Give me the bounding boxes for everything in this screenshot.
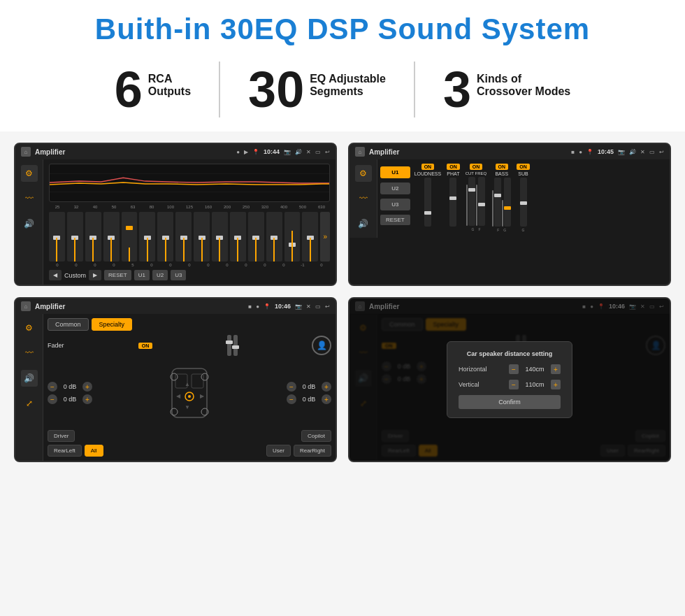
fader-tab-common[interactable]: Common bbox=[48, 318, 89, 331]
dialog-confirm-button[interactable]: Confirm bbox=[459, 395, 561, 409]
dsp-time: 10:45 bbox=[598, 148, 614, 155]
dsp-u2-button[interactable]: U2 bbox=[380, 182, 410, 194]
dsp-reset-button[interactable]: RESET bbox=[380, 215, 410, 225]
vol-increase-tl[interactable]: + bbox=[82, 382, 92, 392]
fader-rearright-button[interactable]: RearRight bbox=[294, 445, 331, 457]
stat-crossover-number: 3 bbox=[443, 64, 471, 115]
dialog-vertical-label: Vertical bbox=[459, 381, 497, 388]
eq-slider-9[interactable] bbox=[194, 212, 210, 262]
fader-row: Fader ON 👤 bbox=[48, 335, 331, 356]
dsp-home-icon[interactable]: ⌂ bbox=[355, 147, 365, 157]
fader-copilot-button[interactable]: Copilot bbox=[301, 430, 331, 442]
vol-decrease-tr[interactable]: − bbox=[287, 382, 296, 392]
dsp-u1-button[interactable]: U1 bbox=[380, 166, 410, 178]
dialog-screen: ⌂ Amplifier ■ ● 📍 10:46 📷 ✕ ▭ ↩ ⚙ 〰 🔊 ⤢ … bbox=[348, 297, 671, 462]
vol-decrease-tl[interactable]: − bbox=[48, 382, 57, 392]
fader-slider-2[interactable] bbox=[233, 335, 238, 356]
eq-slider-3[interactable] bbox=[85, 212, 101, 262]
dialog-vertical-decrease[interactable]: − bbox=[509, 380, 519, 389]
stat-rca-label1: RCA bbox=[148, 73, 191, 85]
dsp-u3-button[interactable]: U3 bbox=[380, 199, 410, 210]
fader-nav-wave-icon[interactable]: 〰 bbox=[21, 345, 38, 361]
vol-ctrl-bl: − 0 dB + bbox=[48, 394, 92, 404]
eq-expand-button[interactable]: » bbox=[320, 212, 330, 262]
fader-driver-button[interactable]: Driver bbox=[48, 430, 75, 442]
dsp-bass-label: BASS bbox=[495, 171, 508, 176]
eq-slider-12[interactable] bbox=[248, 212, 264, 262]
fader-on-badge: ON bbox=[138, 343, 153, 349]
left-volumes: − 0 dB + − 0 dB + bbox=[48, 382, 92, 404]
fader-nav-expand-icon[interactable]: ⤢ bbox=[21, 395, 38, 412]
eq-slider-4[interactable] bbox=[103, 212, 120, 262]
eq-u3-button[interactable]: U3 bbox=[171, 270, 186, 280]
eq-slider-7[interactable] bbox=[157, 212, 173, 262]
nav-wave-icon[interactable]: 〰 bbox=[21, 190, 38, 207]
dsp-cutfreq: ON CUT FREQ bbox=[466, 164, 487, 231]
fader-bottom-btns-2: RearLeft All User RearRight bbox=[48, 445, 331, 457]
vol-increase-tr[interactable]: + bbox=[322, 382, 331, 392]
fader-avatar: 👤 bbox=[312, 336, 331, 355]
eq-u1-button[interactable]: U1 bbox=[134, 270, 150, 280]
nav-eq-icon[interactable]: ⚙ bbox=[21, 165, 38, 182]
dialog-horizontal-row: Horizontal − 140cm + bbox=[459, 364, 561, 374]
dsp-screen-title: Amplifier bbox=[369, 148, 567, 156]
fader-user-button[interactable]: User bbox=[266, 445, 291, 457]
eq-slider-1[interactable] bbox=[49, 212, 65, 262]
vol-increase-bl[interactable]: + bbox=[82, 394, 92, 404]
fader-screen: ⌂ Amplifier ■ ● 📍 10:46 📷 ✕ ▭ ↩ ⚙ 〰 🔊 ⤢ … bbox=[14, 297, 337, 462]
eq-reset-button[interactable]: RESET bbox=[104, 270, 131, 280]
dialog-vertical-value: 110cm bbox=[521, 381, 548, 388]
vol-decrease-br[interactable]: − bbox=[287, 394, 296, 404]
eq-slider-2[interactable] bbox=[67, 212, 83, 262]
eq-slider-11[interactable] bbox=[230, 212, 246, 262]
eq-status-bar: ⌂ Amplifier ● ▶ 📍 10:44 📷 🔊 ✕ ▭ ↩ bbox=[15, 144, 336, 159]
fader-all-button[interactable]: All bbox=[85, 445, 103, 457]
vol-value-tr: 0 dB bbox=[298, 383, 319, 390]
main-title: Buith-in 30EQ DSP Sound System bbox=[14, 13, 671, 46]
fader-nav-eq-icon[interactable]: ⚙ bbox=[21, 320, 38, 336]
eq-u2-button[interactable]: U2 bbox=[152, 270, 168, 280]
eq-slider-13[interactable] bbox=[266, 212, 282, 262]
dialog-vertical-increase[interactable]: + bbox=[551, 380, 561, 389]
fader-rearleft-button[interactable]: RearLeft bbox=[48, 445, 82, 457]
dsp-channels: ON LOUDNESS ON PHAT bbox=[414, 164, 667, 234]
eq-slider-6[interactable] bbox=[139, 212, 155, 262]
fader-slider-1[interactable] bbox=[227, 335, 231, 356]
fader-tab-specialty[interactable]: Specialty bbox=[92, 318, 133, 331]
fader-main: Common Specialty Fader ON 👤 bbox=[43, 314, 336, 461]
vol-decrease-bl[interactable]: − bbox=[48, 394, 57, 404]
fader-nav-vol-icon[interactable]: 🔊 bbox=[21, 370, 38, 387]
vol-value-br: 0 dB bbox=[298, 396, 319, 403]
eq-slider-10[interactable] bbox=[212, 212, 228, 262]
vol-increase-br[interactable]: + bbox=[322, 394, 331, 404]
eq-sliders[interactable]: » bbox=[49, 209, 330, 262]
eq-slider-8[interactable] bbox=[175, 212, 192, 262]
vol-ctrl-tr: − 0 dB + bbox=[287, 382, 331, 392]
eq-content: ⚙ 〰 🔊 bbox=[15, 159, 336, 285]
dsp-phat-label: PHAT bbox=[447, 171, 459, 176]
dsp-loudness: ON LOUDNESS bbox=[414, 164, 442, 227]
fader-side-nav: ⚙ 〰 🔊 ⤢ bbox=[15, 314, 43, 461]
dsp-nav-wave-icon[interactable]: 〰 bbox=[355, 190, 372, 207]
eq-side-nav: ⚙ 〰 🔊 bbox=[15, 159, 43, 285]
right-volumes: − 0 dB + − 0 dB + bbox=[287, 382, 331, 404]
dialog-horizontal-decrease[interactable]: − bbox=[509, 364, 519, 374]
eq-play-button[interactable]: ▶ bbox=[89, 270, 101, 280]
eq-slider-14[interactable] bbox=[284, 212, 301, 262]
fader-home-icon[interactable]: ⌂ bbox=[21, 301, 31, 311]
stats-row: 6 RCA Outputs 30 EQ Adjustable Segments … bbox=[0, 55, 685, 131]
nav-vol-icon[interactable]: 🔊 bbox=[21, 215, 38, 232]
fader-label: Fader bbox=[48, 342, 64, 349]
dsp-nav-vol-icon[interactable]: 🔊 bbox=[355, 215, 372, 232]
home-icon[interactable]: ⌂ bbox=[21, 147, 31, 157]
dsp-content: ⚙ 〰 🔊 U1 U2 U3 RESET bbox=[349, 159, 670, 238]
dialog-horizontal-increase[interactable]: + bbox=[551, 364, 561, 374]
eq-screen-title: Amplifier bbox=[35, 148, 232, 156]
dsp-nav-eq-icon[interactable]: ⚙ bbox=[355, 165, 372, 182]
stat-rca-label2: Outputs bbox=[148, 85, 191, 98]
eq-slider-15[interactable] bbox=[302, 212, 318, 262]
fader-bottom-btns-1: Driver Copilot bbox=[48, 430, 331, 442]
eq-prev-button[interactable]: ◀ bbox=[49, 270, 62, 280]
eq-slider-5[interactable] bbox=[122, 212, 138, 262]
eq-freq-labels: 25 32 40 50 63 80 100 125 160 200 250 32… bbox=[49, 205, 330, 209]
